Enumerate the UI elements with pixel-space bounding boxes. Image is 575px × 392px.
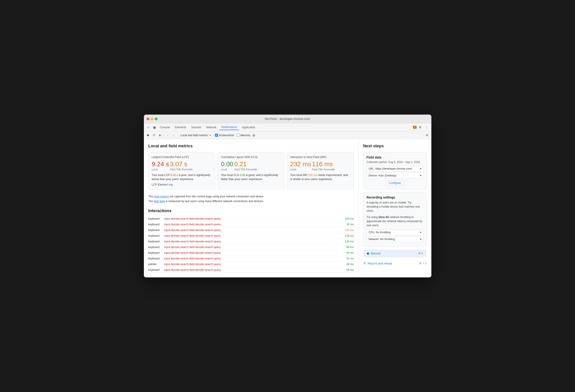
- interaction-row: keyboard input.devsite-search-field.devs…: [148, 233, 354, 239]
- tab-application[interactable]: Application: [240, 125, 258, 130]
- info-line-2: The field data is measured by real users…: [148, 199, 354, 204]
- titlebar: DevTools - developer.chrome.com/: [144, 115, 431, 123]
- interaction-time: 232 ms: [338, 228, 354, 232]
- tab-sources[interactable]: Sources: [189, 125, 204, 130]
- devtools-window: DevTools - developer.chrome.com/ ⊹ ▣ Con…: [144, 115, 431, 277]
- interaction-row: keyboard input.devsite-search-field.devs…: [148, 239, 354, 245]
- interaction-element[interactable]: input.devsite-search-field.devsite-searc…: [164, 234, 338, 237]
- inp-desc: Your local INP 232 ms needs improvement,…: [290, 173, 350, 181]
- interaction-element[interactable]: input.devsite-search-field.devsite-searc…: [164, 263, 338, 266]
- close-button[interactable]: [146, 118, 149, 120]
- tab-network[interactable]: Network: [204, 125, 219, 130]
- clear-btn[interactable]: ⊗: [158, 133, 163, 138]
- more-options-icon[interactable]: ⋮: [424, 124, 430, 130]
- collection-period: Collection period: Aug 6, 2024 - Sep 2, …: [367, 161, 423, 164]
- cls-local-label: Local: [221, 168, 233, 171]
- main-content: Local and field metrics Largest Contentf…: [144, 139, 431, 277]
- interaction-element[interactable]: input.devsite-search-field.devsite-searc…: [164, 251, 338, 254]
- memory-toggle[interactable]: Memory: [237, 134, 250, 137]
- interaction-element[interactable]: input.devsite-search-field.devsite-searc…: [164, 245, 338, 249]
- upload-btn[interactable]: ↑: [166, 133, 170, 138]
- right-panel: Next steps Field data Collection period:…: [359, 139, 431, 277]
- next-steps-title: Next steps: [363, 144, 427, 148]
- inp-local-pair: 232 ms Local: [290, 161, 311, 171]
- url-select[interactable]: URL: https://developer.chrome.com/ ▾: [367, 166, 423, 172]
- settings-toolbar-icon[interactable]: ⚙: [425, 133, 430, 138]
- interaction-type: keyboard: [148, 217, 164, 220]
- interaction-element[interactable]: input.devsite-search-field.devsite-searc…: [164, 240, 338, 243]
- section-title: Local and field metrics: [148, 144, 354, 148]
- interaction-time: 32 ms: [338, 257, 354, 260]
- interaction-element[interactable]: input.devsite-search-field.devsite-searc…: [164, 257, 338, 260]
- info-text: The local metrics are captured from the …: [148, 194, 354, 204]
- interaction-row: keyboard input.devsite-search-field.devs…: [148, 245, 354, 250]
- inp-values: 232 ms Local 116 ms Field 75th Percentil…: [290, 161, 350, 171]
- inp-local-value: 232 ms: [290, 161, 311, 168]
- record-reload-content: ↺ Record and reload: [363, 262, 392, 265]
- cls-card: Cumulative Layout Shift (CLS) 0.00 Local…: [217, 152, 285, 189]
- notification-badge[interactable]: 1: [413, 126, 417, 129]
- interaction-time: 56 ms: [338, 268, 354, 271]
- record-button[interactable]: Record ⌘ E: [363, 249, 427, 257]
- mode-dropdown[interactable]: Local and field metrics ▾: [179, 133, 212, 137]
- configure-button[interactable]: Configure: [385, 180, 404, 186]
- cpu-throttle-icon[interactable]: ⊞: [251, 133, 256, 138]
- record-btn-content: Record: [367, 252, 381, 255]
- record-reload-button[interactable]: ↺ Record and reload ⌘ ⇧ E: [363, 259, 427, 268]
- chevron-down-icon: ▾: [420, 231, 421, 234]
- interaction-row: keyboard input.devsite-search-field.devs…: [148, 216, 354, 222]
- inp-field-value: 116 ms: [312, 161, 335, 168]
- interaction-element[interactable]: input.devsite-search-field.devsite-searc…: [164, 217, 338, 220]
- device-select[interactable]: Device: Auto (Desktop) ▾: [367, 173, 423, 178]
- field-data-link[interactable]: field data: [154, 200, 165, 203]
- interaction-type: keyboard: [148, 268, 164, 271]
- tab-elements[interactable]: Elements: [173, 125, 189, 130]
- reload-btn[interactable]: ↺: [152, 133, 157, 138]
- chevron-down-icon: ▾: [420, 167, 421, 170]
- maximize-button[interactable]: [155, 118, 158, 120]
- lcp-element-link[interactable]: img: [168, 183, 173, 186]
- lcp-local-pair: 9.24 s Local: [152, 161, 169, 171]
- cls-local-value: 0.00: [221, 161, 233, 168]
- download-btn[interactable]: ↓: [171, 133, 176, 138]
- inp-title: Interaction to Next Paint (INP): [290, 155, 350, 159]
- cls-field-label: Field 75th Percentile: [234, 168, 257, 171]
- device-icon[interactable]: ▣: [152, 124, 157, 130]
- cursor-icon[interactable]: ⊹: [146, 124, 151, 130]
- interaction-row: keyboard input.devsite-search-field.devs…: [148, 222, 354, 227]
- interactions-list: keyboard input.devsite-search-field.devs…: [148, 216, 354, 273]
- record-toolbar-btn[interactable]: ⏺: [146, 133, 151, 138]
- interaction-element[interactable]: input.devsite-search-field.devsite-searc…: [164, 228, 338, 232]
- interaction-time: 48 ms: [338, 263, 354, 266]
- cls-local-pair: 0.00 Local: [221, 161, 233, 171]
- inp-local-label: Local: [290, 168, 311, 171]
- lcp-local-value: 9.24 s: [152, 161, 169, 168]
- tab-console[interactable]: Console: [158, 125, 172, 130]
- metrics-grid: Largest Contentful Paint (LCP) 9.24 s Lo…: [148, 152, 354, 189]
- lcp-highlight: 9.24 s: [170, 173, 178, 177]
- interaction-row: keyboard input.devsite-search-field.devs…: [148, 267, 354, 273]
- interaction-time: 104 ms: [338, 217, 354, 220]
- interaction-element[interactable]: input.devsite-search-field.devsite-searc…: [164, 268, 338, 271]
- inp-field-label: Field 75th Percentile: [312, 168, 335, 171]
- interaction-type: keyboard: [148, 251, 164, 254]
- interaction-type: keyboard: [148, 228, 164, 232]
- screenshots-toggle[interactable]: Screenshots: [215, 134, 234, 137]
- interactions-title: Interactions: [148, 209, 354, 213]
- devtools-tabs: ⊹ ▣ Console Elements Sources Network Per…: [144, 123, 431, 131]
- interaction-time: 120 ms: [338, 240, 354, 243]
- cls-field-pair: 0.21 Field 75th Percentile: [234, 161, 257, 171]
- interaction-element[interactable]: input.devsite-search-field.devsite-searc…: [164, 223, 338, 226]
- network-throttle-select[interactable]: Network: No throttling ▾: [367, 237, 423, 242]
- record-dot-icon: [367, 252, 369, 255]
- cls-field-value: 0.21: [234, 161, 257, 168]
- local-metrics-link[interactable]: local metrics: [154, 195, 169, 198]
- field-data-title: Field data: [367, 155, 423, 159]
- cpu-throttle-select[interactable]: CPU: No throttling ▾: [367, 230, 423, 235]
- separator2: [178, 133, 178, 137]
- minimize-button[interactable]: [151, 118, 153, 120]
- tab-performance[interactable]: Performance: [219, 124, 239, 130]
- separator: [164, 133, 164, 137]
- lcp-local-label: Local: [152, 168, 169, 171]
- settings-icon[interactable]: ⚙: [417, 124, 423, 130]
